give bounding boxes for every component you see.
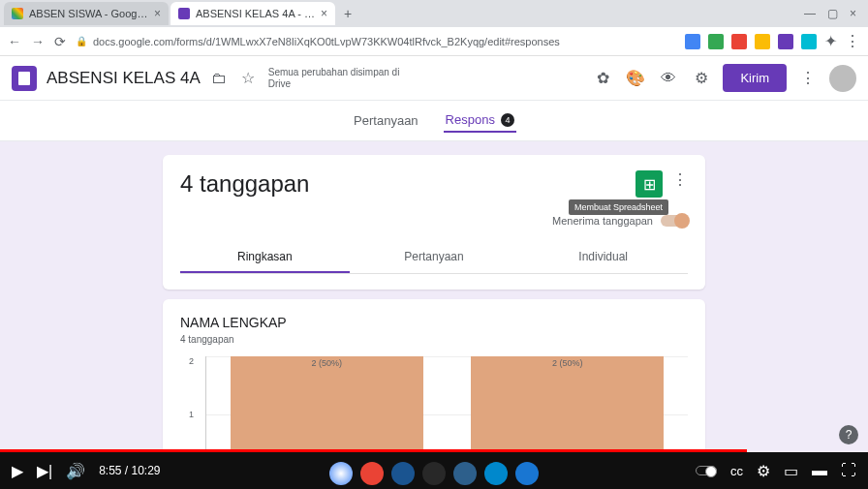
chrome-icon[interactable] [329, 462, 353, 485]
more-icon[interactable]: ⋮ [796, 67, 820, 90]
video-time: 8:55 / 10:29 [99, 464, 160, 477]
extension-icon[interactable] [778, 34, 793, 49]
autoplay-toggle[interactable] [696, 466, 717, 475]
reload-icon[interactable]: ⟳ [54, 34, 66, 49]
browser-tab[interactable]: ABSEN SISWA - Google Drive × [4, 2, 169, 25]
preview-icon[interactable]: 👁 [657, 67, 680, 90]
subtab-question[interactable]: Pertanyaan [350, 242, 519, 273]
save-status: Semua perubahan disimpan di Drive [268, 67, 404, 90]
extension-icon[interactable] [731, 34, 747, 49]
forms-icon [178, 8, 190, 19]
responses-card: 4 tanggapan ⊞ Membuat Spreadsheet ⋮ Mene… [163, 155, 705, 290]
folder-icon[interactable]: 🗀 [208, 68, 230, 89]
bar-label: 2 (50%) [471, 358, 664, 368]
drive-icon [12, 8, 23, 19]
back-icon[interactable]: ← [8, 34, 21, 49]
accepting-label: Menerima tanggapan [552, 215, 653, 227]
extension-icon[interactable] [708, 34, 724, 49]
more-icon[interactable]: ⋮ [672, 170, 688, 189]
settings-icon[interactable]: ⚙ [757, 462, 770, 480]
y-tick: 2 [189, 356, 194, 366]
question-subtitle: 4 tanggapan [180, 334, 688, 345]
tab-questions[interactable]: Pertanyaan [352, 108, 420, 133]
palette-icon[interactable]: 🎨 [624, 67, 647, 90]
extension-icon[interactable] [685, 34, 700, 49]
forms-logo-icon[interactable] [12, 66, 37, 91]
question-title: NAMA LENGKAP [180, 315, 688, 330]
new-tab-button[interactable]: + [337, 3, 358, 24]
accepting-toggle[interactable] [661, 215, 688, 227]
star-icon[interactable]: ☆ [237, 68, 259, 89]
volume-icon[interactable]: 🔊 [66, 462, 85, 480]
gmail-icon[interactable] [360, 462, 384, 485]
tab-title: ABSENSI KELAS 4A - Google Fo [196, 8, 315, 19]
dock-icons [329, 462, 539, 485]
help-button[interactable]: ? [839, 425, 858, 444]
form-title[interactable]: ABSENSI KELAS 4A [46, 69, 201, 88]
close-icon[interactable]: × [321, 7, 327, 20]
video-player: ▶ ▶| 🔊 8:55 / 10:29 cc ⚙ ▭ ▬ ⛶ [0, 452, 868, 489]
responses-badge: 4 [501, 113, 514, 127]
miniplayer-icon[interactable]: ▭ [784, 462, 798, 480]
create-spreadsheet-button[interactable]: ⊞ Membuat Spreadsheet [636, 170, 663, 198]
url-text: docs.google.com/forms/d/1WMLwxX7eN8IiXqK… [93, 36, 560, 47]
settings-icon[interactable]: ⚙ [690, 67, 713, 90]
tab-label: Respons [446, 112, 495, 127]
bar-label: 2 (50%) [231, 358, 423, 368]
subtab-individual[interactable]: Individual [518, 242, 688, 273]
next-icon[interactable]: ▶| [37, 462, 52, 480]
app-icon[interactable] [484, 462, 508, 485]
minimize-icon[interactable]: — [804, 7, 816, 20]
question-card: NAMA LENGKAP 4 tanggapan 2 1 0 2 (50%) [163, 299, 705, 474]
tab-responses[interactable]: Respons 4 [444, 108, 516, 133]
app-icon[interactable] [515, 462, 539, 485]
menu-icon[interactable]: ⋮ [845, 32, 860, 50]
captions-icon[interactable]: cc [730, 464, 743, 478]
theater-icon[interactable]: ▬ [812, 462, 827, 479]
close-icon[interactable]: × [154, 7, 161, 20]
avatar[interactable] [829, 65, 856, 92]
content-area: 4 tanggapan ⊞ Membuat Spreadsheet ⋮ Mene… [0, 141, 868, 474]
extensions: ✦ ⋮ [685, 32, 860, 50]
tab-title: ABSEN SISWA - Google Drive [29, 8, 148, 19]
forward-icon[interactable]: → [31, 34, 45, 49]
extension-icon[interactable] [755, 34, 770, 49]
extension-icon[interactable] [801, 34, 817, 49]
fullscreen-icon[interactable]: ⛶ [841, 462, 856, 479]
browser-titlebar: ABSEN SISWA - Google Drive × ABSENSI KEL… [0, 0, 868, 27]
y-tick: 1 [189, 410, 194, 419]
app-icon[interactable] [391, 462, 415, 485]
browser-tab[interactable]: ABSENSI KELAS 4A - Google Fo × [170, 2, 335, 25]
extensions-icon[interactable]: ✦ [824, 32, 837, 50]
play-icon[interactable]: ▶ [12, 462, 23, 480]
form-header: ABSENSI KELAS 4A 🗀 ☆ Semua perubahan dis… [0, 56, 868, 101]
tooltip: Membuat Spreadsheet [569, 199, 668, 215]
subtab-summary[interactable]: Ringkasan [180, 242, 350, 273]
response-subtabs: Ringkasan Pertanyaan Individual [180, 242, 688, 274]
addons-icon[interactable]: ✿ [591, 67, 614, 90]
lock-icon: 🔒 [76, 36, 87, 46]
youtube-icon[interactable] [422, 462, 446, 485]
send-button[interactable]: Kirim [723, 64, 787, 92]
sheets-icon: ⊞ [643, 175, 656, 194]
maximize-icon[interactable]: ▢ [827, 7, 838, 20]
app-icon[interactable] [453, 462, 477, 485]
main-tabs: Pertanyaan Respons 4 [0, 101, 868, 141]
close-window-icon[interactable]: × [850, 7, 856, 20]
response-count: 4 tanggapan [180, 170, 636, 198]
address-bar: ← → ⟳ 🔒 docs.google.com/forms/d/1WMLwxX7… [0, 27, 868, 56]
url-input[interactable]: 🔒 docs.google.com/forms/d/1WMLwxX7eN8IiX… [76, 36, 675, 47]
